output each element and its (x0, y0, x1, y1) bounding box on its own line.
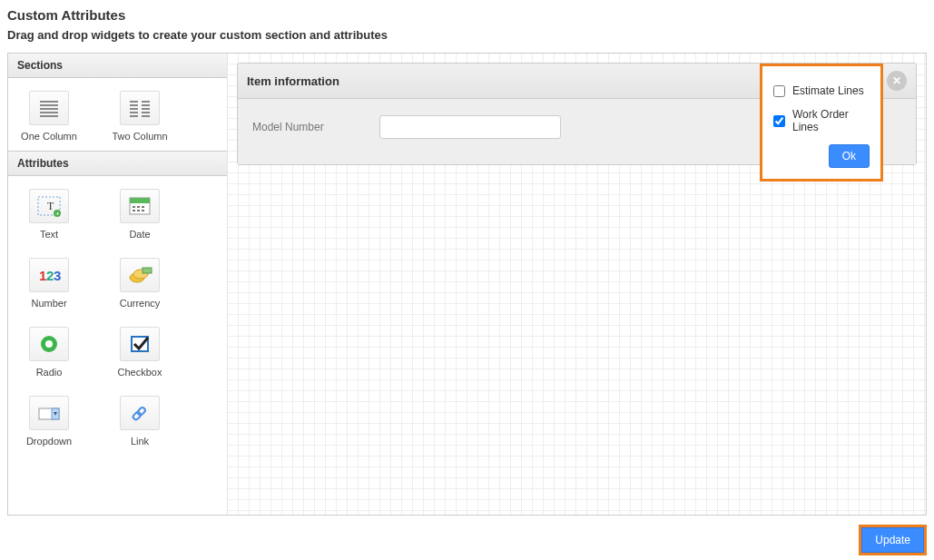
widget-two-column[interactable]: Two Column (108, 91, 172, 142)
svg-rect-23 (142, 206, 144, 208)
close-icon: ✕ (892, 74, 901, 87)
svg-point-34 (45, 340, 53, 348)
work-order-lines-checkbox[interactable] (773, 115, 785, 127)
attributes-header: Attributes (8, 151, 227, 176)
field-label: Model Number (252, 121, 343, 133)
footer-row: Update (7, 516, 927, 555)
widget-label: Number (31, 298, 66, 309)
widget-number[interactable]: 123 Number (17, 258, 81, 309)
svg-text:3: 3 (54, 268, 61, 283)
page-title: Custom Attributes (7, 7, 927, 23)
two-column-icon (120, 91, 160, 125)
option-label: Estimate Lines (792, 84, 864, 97)
svg-rect-24 (133, 210, 135, 211)
dropdown-icon (29, 396, 69, 430)
svg-rect-22 (137, 206, 140, 208)
section-title: Item information (247, 74, 339, 88)
widget-radio[interactable]: Radio (17, 327, 81, 378)
link-icon (120, 396, 160, 430)
widget-date[interactable]: Date (108, 189, 172, 240)
currency-icon (120, 258, 160, 292)
one-column-icon (29, 91, 69, 125)
widget-label: Currency (120, 298, 161, 309)
option-label: Work Order Lines (792, 108, 870, 133)
widget-label: Checkbox (118, 367, 162, 378)
widget-label: One Column (21, 131, 77, 142)
sections-body: One Column Two Column (8, 78, 227, 151)
ok-button[interactable]: Ok (829, 144, 870, 168)
widget-label: Two Column (112, 131, 167, 142)
svg-rect-32 (143, 268, 152, 273)
share-popover: Estimate Lines Work Order Lines Ok (760, 64, 883, 182)
widget-label: Link (131, 436, 149, 447)
model-number-input[interactable] (379, 115, 561, 139)
svg-text:T: T (47, 200, 54, 212)
canvas[interactable]: Item information Share ✕ (228, 54, 926, 515)
widget-label: Radio (36, 367, 63, 378)
popover-option-work-order-lines[interactable]: Work Order Lines (773, 108, 870, 133)
widget-link[interactable]: Link (108, 396, 172, 447)
checkbox-icon (120, 327, 160, 361)
svg-rect-21 (133, 206, 135, 208)
estimate-lines-checkbox[interactable] (773, 85, 785, 97)
widget-label: Text (40, 229, 58, 240)
update-button[interactable]: Update (861, 527, 924, 553)
sidebar: Sections One Column Two Column Attribute… (8, 54, 228, 515)
widget-currency[interactable]: Currency (108, 258, 172, 309)
widget-checkbox[interactable]: Checkbox (108, 327, 172, 378)
popover-option-estimate-lines[interactable]: Estimate Lines (773, 84, 870, 97)
svg-rect-20 (130, 198, 150, 203)
radio-icon (29, 327, 69, 361)
sections-header: Sections (8, 54, 227, 78)
attributes-body: T+ Text Date 123 Number (8, 176, 227, 456)
close-section-button[interactable]: ✕ (887, 71, 907, 91)
svg-rect-25 (137, 210, 140, 211)
number-icon: 123 (29, 258, 69, 292)
date-icon (120, 189, 160, 223)
widget-text[interactable]: T+ Text (17, 189, 81, 240)
builder-container: Sections One Column Two Column Attribute… (7, 53, 927, 516)
widget-dropdown[interactable]: Dropdown (17, 396, 81, 447)
widget-label: Dropdown (26, 436, 72, 447)
text-icon: T+ (29, 189, 69, 223)
svg-text:+: + (55, 210, 60, 218)
widget-one-column[interactable]: One Column (17, 91, 81, 142)
svg-rect-39 (136, 407, 146, 417)
widget-label: Date (129, 229, 150, 240)
update-highlight: Update (859, 525, 927, 555)
svg-rect-26 (142, 210, 144, 211)
section-card-item-information[interactable]: Item information Share ✕ (237, 63, 917, 165)
page-subtitle: Drag and drop widgets to create your cus… (7, 28, 927, 42)
